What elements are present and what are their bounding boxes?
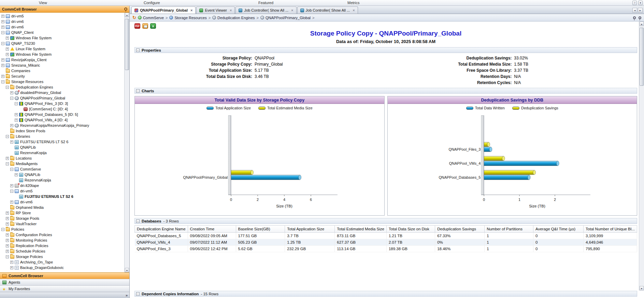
table-row[interactable]: QNAPPool_VMs_409/07/2022 11:12 AM505.23 … xyxy=(135,239,637,246)
scroll-down-icon[interactable]: ▼ xyxy=(125,268,129,272)
tree-item-qnaplib[interactable]: QNAPLib xyxy=(0,145,124,150)
expand-icon[interactable]: + xyxy=(6,37,9,40)
tree-item-policies[interactable]: −Policies xyxy=(0,227,124,232)
scrollbar-thumb[interactable] xyxy=(125,19,129,70)
column-header-total-number-of-unique-bl[interactable]: Total Number of Unique Bl... xyxy=(584,226,637,233)
tree-item-fujitsu-eternus-lt-s2-6[interactable]: +FUJITSU ETERNUS LT S2 6 xyxy=(0,139,124,145)
tree-item-qnap-client[interactable]: −QNAP_Client xyxy=(0,30,124,35)
tree-item-schedule-policies[interactable]: +Schedule Policies xyxy=(0,248,124,254)
tree-item-dri-vm6[interactable]: +dri-vm6 xyxy=(0,24,124,30)
column-header-average-q-i-time-s[interactable]: Average Q&I Time (µs) xyxy=(533,226,583,233)
expand-icon[interactable]: + xyxy=(6,233,9,236)
column-header-baseline-size-gb[interactable]: Baseline Size(GB) xyxy=(236,226,285,233)
expand-icon[interactable]: + xyxy=(10,266,13,269)
collapse-icon[interactable]: − xyxy=(1,42,4,45)
content-scrollbar[interactable]: ▲ ▼ xyxy=(639,22,644,290)
column-header-total-estimated-media-size[interactable]: Total Estimated Media Size xyxy=(335,226,387,233)
tree-item-backup-dragangolubovic[interactable]: +Backup_DraganGolubovic xyxy=(0,265,124,270)
tab-job-controller-show-all[interactable]: Job Controller( Show All ...× xyxy=(297,6,358,14)
tree-item-dri-lt20tape[interactable]: +dri-lt20tape xyxy=(0,183,124,188)
tree-item-linux-file-system[interactable]: +Linux File System xyxy=(0,46,124,52)
tree-item-rezervnakopija-rezervnakopija-primary[interactable]: +RezervnaKopija/RezervnaKopija_Primary xyxy=(0,123,124,128)
accordion-commcell-browser[interactable]: CommCell Browser xyxy=(0,272,129,279)
tree-item-snezana-mikaric[interactable]: +Snezana_Mikaric xyxy=(0,63,124,68)
expand-icon[interactable]: + xyxy=(1,26,4,29)
accordion-agents[interactable]: Agents xyxy=(0,279,129,285)
tab-job-controller-show-all[interactable]: Job Controller( Show All ...× xyxy=(235,6,296,14)
expand-icon[interactable]: + xyxy=(15,173,18,176)
export-to-excel-icon[interactable]: X xyxy=(150,23,156,29)
expand-icon[interactable]: + xyxy=(10,261,13,264)
collapse-icon[interactable]: − xyxy=(6,86,9,89)
expand-icon[interactable]: + xyxy=(15,113,18,116)
tab-qnappool-primary-global[interactable]: QNAPPool/Primary_Global× xyxy=(131,6,196,14)
expand-icon[interactable]: + xyxy=(6,157,9,160)
collapse-icon[interactable]: − xyxy=(10,168,13,171)
menu-item-configure[interactable]: Configure xyxy=(144,1,160,5)
tab-close-icon[interactable]: × xyxy=(190,9,192,12)
scrollbar-thumb[interactable] xyxy=(640,28,644,86)
expand-icon[interactable]: + xyxy=(1,20,4,23)
expand-icon[interactable]: + xyxy=(1,75,4,78)
tab-close-icon[interactable]: × xyxy=(291,9,293,12)
expand-icon[interactable]: + xyxy=(10,124,13,127)
tree-item-vaulttracker[interactable]: +VaultTracker xyxy=(0,221,124,227)
table-row[interactable]: QNAPPool_Databases_509/08/2022 09:05 AM1… xyxy=(135,233,637,239)
save-as-image-icon[interactable] xyxy=(142,23,148,29)
expand-panels-icon[interactable]: » xyxy=(126,293,128,297)
tree-item-revizijakopija-client[interactable]: +RevizijaKopija_Client xyxy=(0,57,124,63)
expand-icon[interactable]: + xyxy=(10,201,13,204)
column-header-deduplication-engine-name[interactable]: Deduplication Engine Name xyxy=(135,226,188,233)
tree-item-dri-vm6[interactable]: +dri-vm6 xyxy=(0,199,124,205)
scroll-up-icon[interactable]: ▲ xyxy=(640,22,644,26)
tree-item-locations[interactable]: +Locations xyxy=(0,155,124,161)
tab-event-viewer[interactable]: Event Viewer× xyxy=(196,6,235,14)
tree-item-qnap-ts230[interactable]: −QNAP_TS230 xyxy=(0,41,124,46)
tab-scroll-right-icon[interactable]: ► xyxy=(638,8,643,13)
tree-item-qnappool-vms-4-id-4[interactable]: +QNAPPool_VMs_4 [ID: 4] xyxy=(0,117,124,123)
expand-icon[interactable]: + xyxy=(6,53,9,56)
column-header-number-of-partitions[interactable]: Number of Partitions xyxy=(485,226,533,233)
collapse-icon[interactable]: − xyxy=(10,97,13,100)
expand-icon[interactable]: + xyxy=(6,250,9,253)
tree-item-orphaned-media[interactable]: Orphaned Media xyxy=(0,205,124,210)
refresh-icon[interactable]: ↻ xyxy=(132,15,136,20)
breadcrumb-item-deduplication-engines[interactable]: Deduplication Engines xyxy=(212,16,255,20)
collapse-icon[interactable]: − xyxy=(136,89,140,93)
tree-item-storage-resources[interactable]: −Storage Resources xyxy=(0,79,124,84)
collapse-icon[interactable]: − xyxy=(6,162,9,165)
tree-item-rezervnakopija[interactable]: RezervnaKopija xyxy=(0,150,124,155)
tree-item-rp-store[interactable]: +RP Store xyxy=(0,210,124,216)
tab-close-icon[interactable]: × xyxy=(353,9,355,12)
column-header-deduplication-savings[interactable]: Deduplication Savings xyxy=(435,226,485,233)
scroll-down-icon[interactable]: ▼ xyxy=(640,286,644,290)
accordion-my-favorites[interactable]: My Favorites xyxy=(0,285,129,292)
tree-item-storage-pools[interactable]: +Storage Pools xyxy=(0,216,124,221)
collapse-icon[interactable]: − xyxy=(1,31,4,34)
tree-item-qnaplib[interactable]: +QNAPLib xyxy=(0,172,124,177)
tree-item-storage-policies[interactable]: −Storage Policies xyxy=(0,254,124,259)
help-icon[interactable]: ? xyxy=(632,1,637,5)
expand-icon[interactable]: + xyxy=(6,222,9,226)
tree-item-disabled-primary-global[interactable]: +disabled/Primary_Global xyxy=(0,90,124,95)
scroll-up-icon[interactable]: ▲ xyxy=(125,13,129,17)
tree-item-dri-vm5[interactable]: +dri-vm5 xyxy=(0,13,124,19)
table-row[interactable]: QNAPPool_Files_309/06/2022 12:42 PM5.62 … xyxy=(135,246,637,252)
column-header-creation-time[interactable]: Creation Time xyxy=(188,226,236,233)
collapse-icon[interactable]: − xyxy=(6,135,9,138)
expand-icon[interactable]: + xyxy=(6,48,9,51)
expand-icon[interactable]: + xyxy=(6,244,9,247)
collapse-icon[interactable]: − xyxy=(15,102,18,105)
pin-icon[interactable] xyxy=(633,16,636,19)
collapse-icon[interactable]: − xyxy=(136,219,140,223)
pin-icon[interactable] xyxy=(124,8,127,11)
collapse-icon[interactable]: − xyxy=(1,228,4,231)
expand-icon[interactable]: + xyxy=(15,119,18,122)
tree-item-windows-file-system[interactable]: +Windows File System xyxy=(0,35,124,41)
collapse-icon[interactable]: − xyxy=(10,190,13,193)
collapse-icon[interactable]: − xyxy=(136,49,140,52)
tree-item-archiving-on-tape[interactable]: +Archiving_On_Tape xyxy=(0,259,124,265)
tree-item-qnappool-primary-global[interactable]: −QNAPPool/Primary_Global xyxy=(0,95,124,101)
expand-icon[interactable]: + xyxy=(6,217,9,220)
breadcrumb-item-storage-resources[interactable]: Storage Resources xyxy=(169,16,206,20)
